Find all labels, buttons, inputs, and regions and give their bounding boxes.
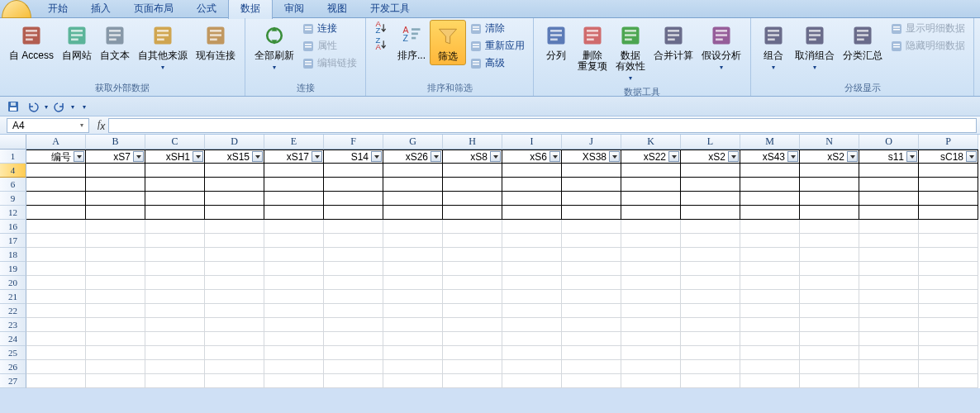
cell-P17[interactable] [919,234,978,248]
tab-7[interactable]: 开发工具 [359,0,421,19]
row-header-20[interactable]: 20 [0,276,26,290]
cell-O26[interactable] [859,360,919,374]
cell-F22[interactable] [324,304,383,318]
cell-N16[interactable] [800,220,859,234]
cell-J18[interactable] [562,248,621,262]
cell-O17[interactable] [859,234,919,248]
btn-split[interactable]: 分列 [539,20,573,64]
cell-O24[interactable] [859,332,919,346]
cell-B25[interactable] [86,346,145,360]
cell-P16[interactable] [919,220,978,234]
cell-D9[interactable] [205,192,264,206]
cell-L25[interactable] [681,346,740,360]
filter-btn[interactable] [371,151,382,162]
save-icon[interactable] [5,99,21,114]
cell-N24[interactable] [800,332,859,346]
cell-J23[interactable] [562,318,621,332]
cell-G24[interactable] [383,332,443,346]
cell-G23[interactable] [383,318,443,332]
cell-C25[interactable] [145,346,205,360]
row-header-16[interactable]: 16 [0,220,26,234]
cell-N20[interactable] [800,276,859,290]
cell-I27[interactable] [502,374,562,388]
cell-O21[interactable] [859,290,919,304]
cell-D24[interactable] [205,332,264,346]
cell-P1[interactable]: sC18 [919,150,978,164]
cell-M27[interactable] [740,374,800,388]
btn-conn[interactable]: 现有连接 [192,20,240,64]
cell-P21[interactable] [919,290,978,304]
col-header-D[interactable]: D [205,135,264,150]
cell-O16[interactable] [859,220,919,234]
btn-refresh[interactable]: 全部刷新▾ [250,20,298,75]
cell-E20[interactable] [264,276,324,290]
cell-C18[interactable] [145,248,205,262]
btn-clear[interactable]: 清除 [466,20,528,37]
col-header-C[interactable]: C [145,135,205,150]
cell-G19[interactable] [383,262,443,276]
filter-btn[interactable] [609,151,620,162]
cell-F6[interactable] [324,178,383,192]
cell-C21[interactable] [145,290,205,304]
select-all-corner[interactable] [0,135,26,150]
row-header-27[interactable]: 27 [0,374,26,388]
cell-K18[interactable] [621,248,681,262]
cell-F16[interactable] [324,220,383,234]
tab-2[interactable]: 页面布局 [122,0,185,19]
cell-E21[interactable] [264,290,324,304]
cell-H27[interactable] [443,374,502,388]
cell-K16[interactable] [621,220,681,234]
cell-K25[interactable] [621,346,681,360]
cell-G12[interactable] [383,206,443,220]
cell-P4[interactable] [919,164,978,178]
cell-M24[interactable] [740,332,800,346]
cell-C24[interactable] [145,332,205,346]
cell-J24[interactable] [562,332,621,346]
cell-E12[interactable] [264,206,324,220]
undo-dropdown[interactable]: ▾ [45,103,48,111]
filter-btn[interactable] [252,151,263,162]
cell-J17[interactable] [562,234,621,248]
col-header-P[interactable]: P [919,135,978,150]
cell-K23[interactable] [621,318,681,332]
redo-dropdown[interactable]: ▾ [71,103,74,111]
cell-D17[interactable] [205,234,264,248]
cell-C22[interactable] [145,304,205,318]
btn-ungroup[interactable]: 取消组合▾ [791,20,839,75]
cell-P6[interactable] [919,178,978,192]
cell-I21[interactable] [502,290,562,304]
btn-dup[interactable]: 删除重复项 [573,20,611,74]
cell-A1[interactable]: 编号 [26,150,86,164]
cell-G21[interactable] [383,290,443,304]
cell-A17[interactable] [26,234,86,248]
filter-btn[interactable] [728,151,739,162]
cell-G20[interactable] [383,276,443,290]
cell-K4[interactable] [621,164,681,178]
cell-G18[interactable] [383,248,443,262]
formula-bar[interactable] [108,118,977,133]
cell-K24[interactable] [621,332,681,346]
cell-H26[interactable] [443,360,502,374]
cell-N26[interactable] [800,360,859,374]
cell-H9[interactable] [443,192,502,206]
cell-C23[interactable] [145,318,205,332]
cell-I12[interactable] [502,206,562,220]
cell-O1[interactable]: s11 [859,150,919,164]
cell-F21[interactable] [324,290,383,304]
cell-B22[interactable] [86,304,145,318]
cell-I25[interactable] [502,346,562,360]
cell-F4[interactable] [324,164,383,178]
cell-G4[interactable] [383,164,443,178]
cell-P25[interactable] [919,346,978,360]
col-header-L[interactable]: L [681,135,740,150]
cell-D25[interactable] [205,346,264,360]
btn-consol[interactable]: 合并计算 [649,20,697,64]
cell-P27[interactable] [919,374,978,388]
cell-B6[interactable] [86,178,145,192]
cell-K21[interactable] [621,290,681,304]
cell-B1[interactable]: xS7 [86,150,145,164]
btn-access[interactable]: 自 Access [5,20,58,64]
cell-B21[interactable] [86,290,145,304]
row-header-17[interactable]: 17 [0,234,26,248]
cell-M9[interactable] [740,192,800,206]
